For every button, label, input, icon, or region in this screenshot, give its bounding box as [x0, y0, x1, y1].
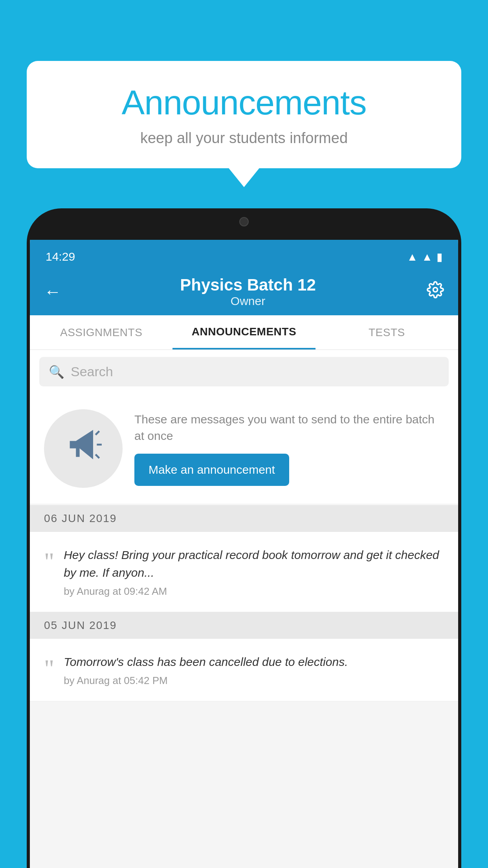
phone-screen: 14:29 ▲ ▲ ▮ ← Physics Batch 12 Owner — [30, 240, 458, 868]
make-announcement-button[interactable]: Make an announcement — [134, 454, 289, 486]
quote-icon-1: " — [44, 549, 54, 574]
phone-inner: 14:29 ▲ ▲ ▮ ← Physics Batch 12 Owner — [30, 211, 458, 868]
search-icon: 🔍 — [49, 364, 64, 379]
speech-bubble: Announcements keep all your students inf… — [27, 61, 461, 168]
announcement-description: These are messages you want to send to t… — [134, 411, 444, 444]
date-separator-1: 06 JUN 2019 — [30, 505, 458, 532]
back-button[interactable]: ← — [44, 282, 61, 302]
settings-button[interactable] — [427, 281, 444, 302]
phone-notch — [209, 211, 279, 232]
announcement-item-1[interactable]: " Hey class! Bring your practical record… — [30, 532, 458, 612]
announcement-icon-circle — [44, 409, 123, 488]
header-title: Physics Batch 12 Owner — [69, 276, 427, 308]
announcement-item-2[interactable]: " Tomorrow's class has been cancelled du… — [30, 639, 458, 701]
megaphone-icon — [64, 425, 103, 473]
announcements-title: Announcements — [50, 83, 438, 123]
tabs-bar: ASSIGNMENTS ANNOUNCEMENTS TESTS — [30, 315, 458, 350]
tab-tests[interactable]: TESTS — [316, 315, 458, 349]
announcement-meta-1: by Anurag at 09:42 AM — [64, 585, 444, 598]
announcement-promo: These are messages you want to send to t… — [30, 394, 458, 504]
svg-line-1 — [95, 431, 99, 434]
announcement-message-2: Tomorrow's class has been cancelled due … — [64, 653, 444, 671]
phone-frame: 14:29 ▲ ▲ ▮ ← Physics Batch 12 Owner — [27, 208, 461, 868]
search-input-wrapper[interactable]: 🔍 Search — [39, 357, 449, 386]
search-bar: 🔍 Search — [30, 350, 458, 394]
status-bar: 14:29 ▲ ▲ ▮ — [30, 240, 458, 268]
signal-icon: ▲ — [422, 251, 433, 263]
date-separator-2: 05 JUN 2019 — [30, 612, 458, 639]
announcement-content-1: Hey class! Bring your practical record b… — [64, 546, 444, 598]
batch-name: Physics Batch 12 — [69, 276, 427, 294]
camera — [239, 217, 249, 226]
announcement-text-col: These are messages you want to send to t… — [134, 411, 444, 486]
announcement-message-1: Hey class! Bring your practical record b… — [64, 546, 444, 581]
search-placeholder: Search — [71, 364, 113, 379]
announcement-meta-2: by Anurag at 05:42 PM — [64, 675, 444, 687]
announcements-subtitle: keep all your students informed — [50, 130, 438, 147]
status-icons: ▲ ▲ ▮ — [407, 250, 442, 263]
wifi-icon: ▲ — [407, 251, 418, 263]
svg-line-3 — [95, 454, 99, 458]
svg-point-0 — [433, 288, 438, 292]
tab-assignments[interactable]: ASSIGNMENTS — [30, 315, 172, 349]
battery-icon: ▮ — [437, 250, 442, 263]
status-time: 14:29 — [46, 250, 75, 263]
app-header: ← Physics Batch 12 Owner — [30, 268, 458, 315]
speech-bubble-container: Announcements keep all your students inf… — [27, 61, 461, 168]
quote-icon-2: " — [44, 656, 54, 681]
announcement-content-2: Tomorrow's class has been cancelled due … — [64, 653, 444, 687]
owner-label: Owner — [69, 294, 427, 308]
tab-announcements[interactable]: ANNOUNCEMENTS — [172, 315, 315, 349]
